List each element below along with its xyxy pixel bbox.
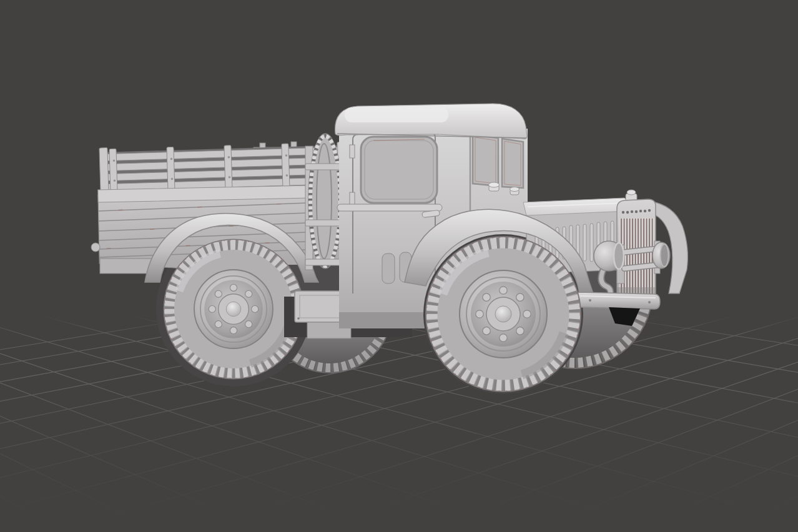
truck-model[interactable] bbox=[91, 104, 688, 394]
roof-panel bbox=[345, 107, 448, 122]
door-window bbox=[361, 137, 437, 203]
cowl-vent bbox=[382, 254, 395, 283]
spare-tire-rack[interactable] bbox=[305, 134, 342, 270]
far-headlight bbox=[653, 242, 670, 268]
viewport-canvas[interactable]: vintage stake-bed truck 3D model bbox=[0, 0, 798, 532]
grab-bar bbox=[337, 204, 442, 211]
viewport-3d[interactable]: vintage stake-bed truck 3D model bbox=[0, 0, 798, 532]
taillight bbox=[91, 243, 100, 252]
door-hinge bbox=[350, 192, 355, 205]
door-hinge bbox=[350, 145, 355, 158]
front-bumper[interactable] bbox=[575, 292, 660, 309]
front-wheel[interactable] bbox=[426, 237, 581, 392]
rear-wheel[interactable] bbox=[164, 239, 303, 378]
